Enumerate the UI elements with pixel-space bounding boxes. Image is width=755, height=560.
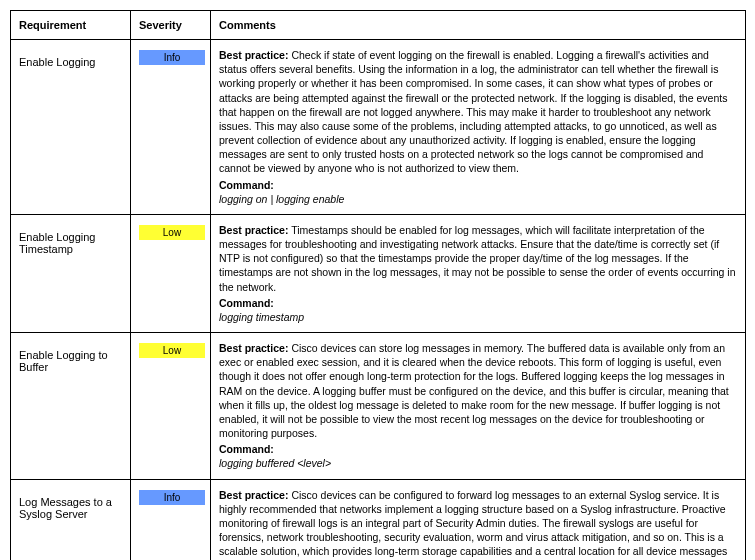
- severity-badge: Info: [139, 50, 205, 65]
- command-label: Command:: [219, 296, 737, 310]
- requirement-cell: Enable Logging: [11, 40, 131, 215]
- best-practice-label: Best practice:: [219, 489, 288, 501]
- header-severity: Severity: [131, 11, 211, 40]
- requirement-cell: Enable Logging to Buffer: [11, 333, 131, 480]
- severity-cell: Low: [131, 333, 211, 480]
- comments-cell: Best practice: Timestamps should be enab…: [211, 214, 746, 332]
- command-text: logging buffered <level>: [219, 457, 331, 469]
- command-text: logging timestamp: [219, 311, 304, 323]
- table-row: Enable Logging to BufferLowBest practice…: [11, 333, 746, 480]
- table-row: Log Messages to a Syslog ServerInfoBest …: [11, 479, 746, 560]
- comments-cell: Best practice: Check if state of event l…: [211, 40, 746, 215]
- header-comments: Comments: [211, 11, 746, 40]
- best-practice-text: Cisco devices can store log messages in …: [219, 342, 729, 439]
- command-label: Command:: [219, 442, 737, 456]
- severity-badge: Low: [139, 225, 205, 240]
- severity-cell: Info: [131, 40, 211, 215]
- best-practice-label: Best practice:: [219, 224, 288, 236]
- table-header-row: Requirement Severity Comments: [11, 11, 746, 40]
- best-practice-label: Best practice:: [219, 49, 288, 61]
- best-practice-text: Check if state of event logging on the f…: [219, 49, 727, 174]
- comments-cell: Best practice: Cisco devices can store l…: [211, 333, 746, 480]
- best-practice-text: Timestamps should be enabled for log mes…: [219, 224, 736, 293]
- severity-badge: Low: [139, 343, 205, 358]
- command-text: logging on | logging enable: [219, 193, 344, 205]
- best-practice-label: Best practice:: [219, 342, 288, 354]
- severity-cell: Low: [131, 214, 211, 332]
- comments-cell: Best practice: Cisco devices can be conf…: [211, 479, 746, 560]
- requirements-table: Requirement Severity Comments Enable Log…: [10, 10, 746, 560]
- best-practice-text: Cisco devices can be configured to forwa…: [219, 489, 727, 558]
- requirement-cell: Log Messages to a Syslog Server: [11, 479, 131, 560]
- requirement-cell: Enable Logging Timestamp: [11, 214, 131, 332]
- command-label: Command:: [219, 178, 737, 192]
- table-row: Enable LoggingInfoBest practice: Check i…: [11, 40, 746, 215]
- table-row: Enable Logging TimestampLowBest practice…: [11, 214, 746, 332]
- severity-cell: Info: [131, 479, 211, 560]
- severity-badge: Info: [139, 490, 205, 505]
- header-requirement: Requirement: [11, 11, 131, 40]
